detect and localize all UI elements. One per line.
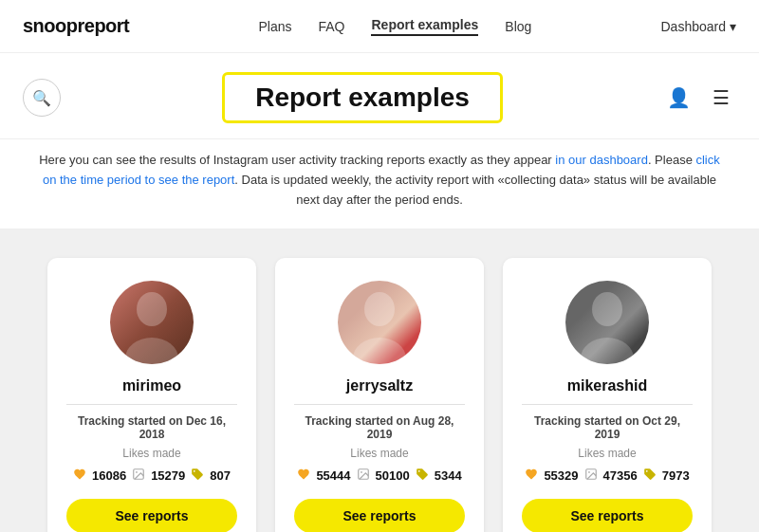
username-mikerashid: mikerashid <box>567 377 647 394</box>
svg-point-8 <box>361 471 362 473</box>
likes-label: Likes made <box>578 447 636 460</box>
description-text-1: Here you can see the results of Instagra… <box>39 153 555 167</box>
svg-point-6 <box>353 338 406 364</box>
stats-row: 55444501005344 <box>297 468 461 484</box>
svg-point-1 <box>125 338 178 364</box>
stat-icon-0 <box>297 468 310 484</box>
stat-value-2: 7973 <box>662 468 690 483</box>
dashboard-label: Dashboard <box>661 19 727 34</box>
svg-point-13 <box>588 471 590 473</box>
stat-value-0: 16086 <box>92 468 126 483</box>
divider <box>294 404 465 405</box>
nav-right: Dashboard ▾ <box>661 19 737 34</box>
avatar-mikerashid <box>565 281 649 364</box>
svg-point-5 <box>364 292 395 326</box>
username-mirimeo: mirimeo <box>122 377 181 394</box>
svg-point-4 <box>194 470 195 472</box>
stat-icon-2 <box>643 468 657 484</box>
navbar: snoopreport Plans FAQ Report examples Bl… <box>0 0 759 53</box>
svg-point-9 <box>418 470 420 472</box>
tracking-date: Tracking started on Aug 28, 2019 <box>294 414 465 441</box>
description-section: Here you can see the results of Instagra… <box>0 139 759 229</box>
svg-point-10 <box>592 292 622 326</box>
search-icon: 🔍 <box>32 89 51 107</box>
nav-dashboard-btn[interactable]: Dashboard ▾ <box>661 19 737 34</box>
cards-row: mirimeoTracking started on Dec 16, 2018L… <box>23 258 736 532</box>
user-card-jerrysaltz: jerrysaltzTracking started on Aug 28, 20… <box>275 258 484 532</box>
username-jerrysaltz: jerrysaltz <box>346 377 413 394</box>
nav-logo[interactable]: snoopreport <box>23 15 129 37</box>
stat-value-0: 55444 <box>316 468 350 483</box>
tracking-date: Tracking started on Oct 29, 2019 <box>522 414 693 441</box>
see-reports-button-jerrysaltz[interactable]: See reports <box>294 499 465 532</box>
stat-icon-1 <box>357 468 370 484</box>
user-card-mirimeo: mirimeoTracking started on Dec 16, 2018L… <box>47 258 256 532</box>
profile-icon[interactable]: 👤 <box>664 83 694 113</box>
divider <box>522 404 693 405</box>
likes-label: Likes made <box>350 447 408 460</box>
tracking-date: Tracking started on Dec 16, 2018 <box>66 414 237 441</box>
top-section: 🔍 Report examples 👤 ☰ <box>0 53 759 139</box>
stat-value-1: 15279 <box>151 468 185 483</box>
see-reports-button-mirimeo[interactable]: See reports <box>66 499 237 532</box>
nav-link-plans[interactable]: Plans <box>258 19 291 34</box>
svg-point-11 <box>581 338 634 364</box>
stat-icon-1 <box>584 468 598 484</box>
nav-link-report-examples[interactable]: Report examples <box>371 17 478 36</box>
top-icons: 👤 ☰ <box>664 83 736 113</box>
search-button[interactable]: 🔍 <box>23 79 61 117</box>
nav-links: Plans FAQ Report examples Blog <box>258 17 531 36</box>
stat-icon-2 <box>416 468 429 484</box>
stat-value-2: 807 <box>210 468 231 483</box>
likes-label: Likes made <box>122 447 180 460</box>
description-text-2: . Please <box>648 153 696 167</box>
description-text-3: . Data is updated weekly, the activity r… <box>234 173 716 207</box>
page-title-wrapper: Report examples <box>222 72 503 123</box>
svg-point-14 <box>646 470 648 472</box>
stat-value-1: 50100 <box>376 468 410 483</box>
stats-row: 55329473567973 <box>525 468 689 484</box>
stat-value-2: 5344 <box>435 468 462 483</box>
user-card-mikerashid: mikerashidTracking started on Oct 29, 20… <box>503 258 712 532</box>
divider <box>66 404 237 405</box>
svg-point-3 <box>136 471 138 473</box>
see-reports-button-mikerashid[interactable]: See reports <box>522 499 693 532</box>
stat-icon-0 <box>73 468 86 484</box>
stats-row: 1608615279807 <box>73 468 231 484</box>
nav-link-faq[interactable]: FAQ <box>318 19 344 34</box>
stat-value-0: 55329 <box>544 468 578 483</box>
cards-section: mirimeoTracking started on Dec 16, 2018L… <box>0 229 759 532</box>
nav-link-blog[interactable]: Blog <box>505 19 531 34</box>
page-title: Report examples <box>255 83 470 113</box>
chevron-down-icon: ▾ <box>730 19 736 34</box>
stat-icon-0 <box>525 468 538 484</box>
menu-icon[interactable]: ☰ <box>706 83 736 113</box>
dashboard-link[interactable]: in our dashboard <box>555 153 648 167</box>
avatar-mirimeo <box>110 281 194 364</box>
svg-point-0 <box>137 292 167 326</box>
avatar-jerrysaltz <box>338 281 421 364</box>
stat-value-1: 47356 <box>603 468 638 483</box>
stat-icon-1 <box>132 468 145 484</box>
stat-icon-2 <box>191 468 204 484</box>
